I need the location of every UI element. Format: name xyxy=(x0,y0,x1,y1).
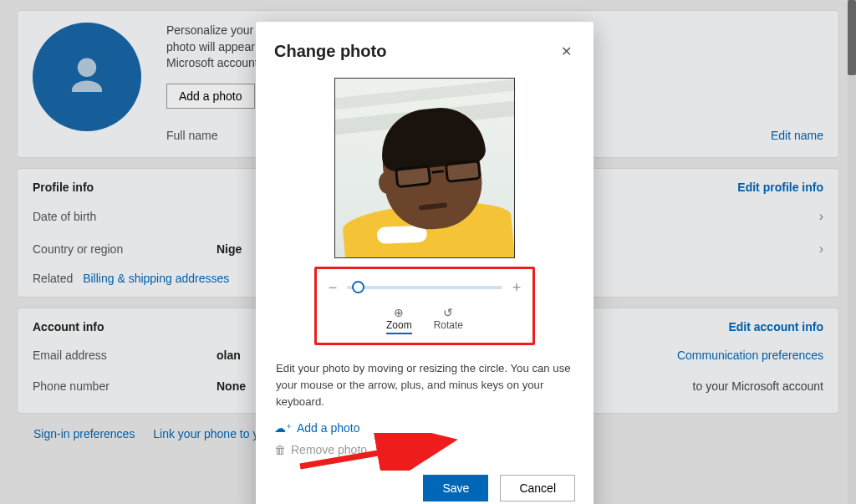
signin-preferences-link[interactable]: Sign-in preferences xyxy=(33,427,135,440)
profile-info-title: Profile info xyxy=(33,181,94,194)
zoom-controls-highlight: − + ⊕ Zoom ↺ Rotate xyxy=(314,267,535,345)
minus-icon[interactable]: − xyxy=(325,279,340,297)
account-info-title: Account info xyxy=(33,320,104,333)
add-a-photo-link[interactable]: ☁⁺ Add a photo xyxy=(274,421,360,435)
tab-zoom[interactable]: ⊕ Zoom xyxy=(386,306,412,334)
plus-icon[interactable]: + xyxy=(509,279,524,297)
person-icon xyxy=(64,54,110,99)
avatar-placeholder xyxy=(33,23,141,131)
cloud-upload-icon: ☁⁺ xyxy=(274,421,292,435)
photo-preview[interactable] xyxy=(334,78,515,258)
communication-preferences-link[interactable]: Communication preferences xyxy=(677,349,823,362)
modal-title: Change photo xyxy=(274,42,386,61)
related-label: Related xyxy=(33,272,73,285)
scrollbar[interactable] xyxy=(848,0,856,504)
chevron-right-icon: › xyxy=(819,242,823,257)
slider-thumb[interactable] xyxy=(352,281,364,293)
rotate-icon: ↺ xyxy=(434,306,463,319)
add-photo-button[interactable]: Add a photo xyxy=(166,84,255,109)
edit-name-link[interactable]: Edit name xyxy=(771,129,823,142)
change-photo-modal: Change photo ✕ − + ⊕ Zoom xyxy=(256,22,594,504)
chevron-right-icon: › xyxy=(819,209,823,224)
cancel-button[interactable]: Cancel xyxy=(500,475,575,501)
edit-profile-info-link[interactable]: Edit profile info xyxy=(737,181,823,194)
slider-track[interactable] xyxy=(347,286,502,289)
zoom-in-icon: ⊕ xyxy=(386,306,412,319)
save-button[interactable]: Save xyxy=(423,475,488,501)
instruction-text: Edit your photo by moving or resizing th… xyxy=(276,360,573,410)
remove-photo-link: 🗑 Remove photo xyxy=(274,443,367,456)
scrollbar-thumb[interactable] xyxy=(848,0,856,75)
billing-shipping-link[interactable]: Billing & shipping addresses xyxy=(83,272,229,285)
zoom-slider[interactable]: − + xyxy=(325,276,524,299)
tab-rotate[interactable]: ↺ Rotate xyxy=(434,306,463,334)
close-icon[interactable]: ✕ xyxy=(558,40,575,63)
edit-account-info-link[interactable]: Edit account info xyxy=(728,320,823,333)
trash-icon: 🗑 xyxy=(274,443,286,456)
photo-image xyxy=(335,79,514,257)
